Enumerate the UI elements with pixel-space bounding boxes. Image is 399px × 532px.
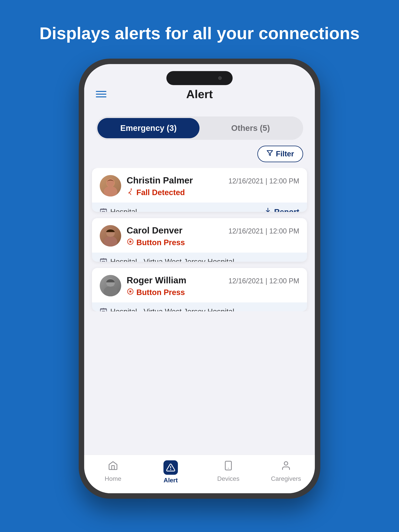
dynamic-island xyxy=(166,71,233,85)
alert-info-1: Christin Palmer 12/16/2021 | 12:00 PM xyxy=(127,175,299,197)
alert-card-3[interactable]: Roger William 12/16/2021 | 12:00 PM xyxy=(92,268,307,311)
camera-dot xyxy=(218,76,222,80)
hospital-info-1: Hospital - — — xyxy=(100,207,164,212)
phone-screen: Alert Emergency (3) Others (5) Filter xyxy=(84,64,315,493)
alert-info-2: Carol Denver 12/16/2021 | 12:00 PM xyxy=(127,225,299,247)
alert-name-1: Christin Palmer xyxy=(127,175,193,186)
alert-type-1: Fall Detected xyxy=(127,188,299,197)
alert-datetime-1: 12/16/2021 | 12:00 PM xyxy=(228,177,299,185)
svg-point-22 xyxy=(129,291,131,292)
hospital-label-1: Hospital - xyxy=(110,208,142,212)
nav-item-home[interactable]: Home xyxy=(84,460,142,484)
report-button-1[interactable]: Report xyxy=(264,207,299,212)
alert-bottom-2: Hospital - Virtua West Jersey Hospital xyxy=(92,253,307,261)
svg-point-10 xyxy=(104,236,117,247)
alert-top-2: Carol Denver 12/16/2021 | 12:00 PM xyxy=(100,225,299,253)
avatar-roger xyxy=(100,275,121,296)
filter-label: Filter xyxy=(276,150,294,158)
report-label-1: Report xyxy=(274,208,299,212)
alert-card-1[interactable]: Christin Palmer 12/16/2021 | 12:00 PM xyxy=(92,168,307,212)
alert-dash-1: — — xyxy=(145,208,164,212)
alert-type-3: Button Press xyxy=(127,288,299,297)
filter-icon xyxy=(266,150,273,158)
alert-bottom-1: Hospital - — — Report xyxy=(92,203,307,212)
report-icon-1 xyxy=(264,207,272,212)
home-label: Home xyxy=(105,475,121,482)
hospital-label-3: Hospital - Virtua West Jersey Hospital xyxy=(110,307,234,311)
alert-top-1: Christin Palmer 12/16/2021 | 12:00 PM xyxy=(100,175,299,203)
alert-name-2: Carol Denver xyxy=(127,225,182,236)
devices-label: Devices xyxy=(217,475,239,482)
fall-icon xyxy=(127,188,134,197)
caregivers-label: Caregivers xyxy=(271,475,301,482)
header-title: Alert xyxy=(186,88,213,101)
hospital-icon-3 xyxy=(100,307,107,311)
alert-name-3: Roger William xyxy=(127,275,186,285)
svg-point-18 xyxy=(104,286,117,296)
hospital-info-2: Hospital - Virtua West Jersey Hospital xyxy=(100,257,234,261)
button-press-icon-2 xyxy=(127,238,134,247)
alert-label: Alert xyxy=(164,477,178,484)
home-icon xyxy=(108,460,118,473)
empty-space xyxy=(84,311,315,455)
tab-emergency[interactable]: Emergency (3) xyxy=(97,118,200,138)
alert-type-label-2: Button Press xyxy=(136,238,185,247)
devices-icon xyxy=(223,460,234,473)
nav-item-alert[interactable]: Alert xyxy=(142,460,200,484)
alert-type-2: Button Press xyxy=(127,238,299,247)
nav-item-caregivers[interactable]: Caregivers xyxy=(257,460,315,484)
nav-item-devices[interactable]: Devices xyxy=(200,460,257,484)
alert-nav-bg xyxy=(163,460,178,475)
alert-card-2[interactable]: Carol Denver 12/16/2021 | 12:00 PM xyxy=(92,218,307,261)
svg-marker-0 xyxy=(267,151,273,156)
svg-point-29 xyxy=(284,462,288,465)
hospital-label-2: Hospital - Virtua West Jersey Hospital xyxy=(110,258,234,261)
page-title: Displays alerts for all your connections xyxy=(8,23,391,43)
button-press-icon-3 xyxy=(127,288,134,297)
alert-top-3: Roger William 12/16/2021 | 12:00 PM xyxy=(100,275,299,302)
alert-datetime-2: 12/16/2021 | 12:00 PM xyxy=(228,227,299,235)
phone-shell: Alert Emergency (3) Others (5) Filter xyxy=(79,59,320,499)
svg-point-14 xyxy=(129,241,131,242)
tab-others[interactable]: Others (5) xyxy=(200,118,302,138)
avatar-christin xyxy=(100,175,121,196)
filter-button[interactable]: Filter xyxy=(257,146,303,162)
avatar-carol xyxy=(100,225,121,247)
alert-type-label-1: Fall Detected xyxy=(136,188,185,197)
alert-datetime-3: 12/16/2021 | 12:00 PM xyxy=(228,277,299,285)
alert-bottom-3: Hospital - Virtua West Jersey Hospital xyxy=(92,302,307,311)
svg-point-2 xyxy=(104,186,117,196)
caregivers-icon xyxy=(281,460,291,473)
hospital-info-3: Hospital - Virtua West Jersey Hospital xyxy=(100,307,234,311)
hospital-icon-2 xyxy=(100,257,107,261)
alert-type-label-3: Button Press xyxy=(136,288,185,297)
hospital-icon-1 xyxy=(100,207,107,212)
tab-bar: Emergency (3) Others (5) xyxy=(96,116,303,140)
alert-info-3: Roger William 12/16/2021 | 12:00 PM xyxy=(127,275,299,297)
menu-button[interactable] xyxy=(96,91,106,97)
bottom-nav: Home Alert xyxy=(84,455,315,493)
alerts-container: Christin Palmer 12/16/2021 | 12:00 PM xyxy=(84,168,315,311)
svg-rect-27 xyxy=(225,461,232,470)
app-header: Alert xyxy=(84,64,315,109)
filter-row: Filter xyxy=(84,146,315,168)
